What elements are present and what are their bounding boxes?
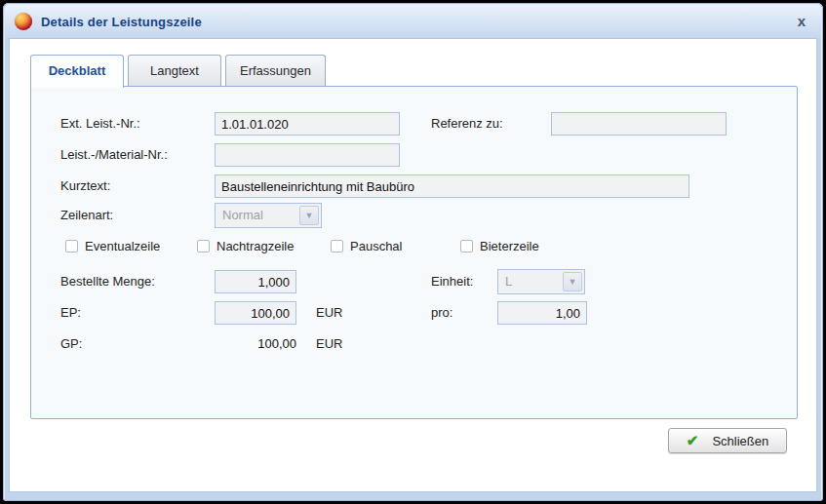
tab-langtext[interactable]: Langtext bbox=[128, 55, 221, 86]
gp-currency: EUR bbox=[316, 332, 342, 356]
pro-input[interactable] bbox=[497, 301, 587, 325]
referenz-zu-input[interactable] bbox=[551, 112, 727, 136]
leist-material-nr-input[interactable] bbox=[215, 143, 400, 167]
chevron-down-icon[interactable]: ▼ bbox=[563, 272, 582, 291]
checkbox-box[interactable] bbox=[460, 240, 473, 252]
dialog-titlebar[interactable]: Details der Leistungszeile x bbox=[5, 5, 821, 38]
ext-leist-nr-input[interactable] bbox=[215, 112, 400, 136]
bestellte-menge-label: Bestellte Menge: bbox=[60, 270, 155, 293]
dialog-body: Deckblatt Langtext Erfassungen Ext. Leis… bbox=[9, 38, 817, 492]
ep-label: EP: bbox=[60, 301, 81, 325]
dialog-title: Details der Leistungszeile bbox=[41, 15, 202, 29]
tab-erfassungen[interactable]: Erfassungen bbox=[225, 55, 326, 86]
checkbox-pauschal[interactable]: Pauschal bbox=[331, 238, 402, 253]
app-logo-icon bbox=[15, 13, 32, 30]
tab-strip: Deckblatt Langtext Erfassungen bbox=[30, 55, 326, 87]
pro-label: pro: bbox=[431, 301, 452, 325]
einheit-value: L bbox=[498, 270, 561, 293]
zeilenart-combobox[interactable]: Normal ▼ bbox=[215, 203, 322, 228]
ep-input[interactable] bbox=[215, 301, 296, 325]
bestellte-menge-input[interactable] bbox=[215, 270, 296, 293]
checkbox-nachtragzeile[interactable]: Nachtragzeile bbox=[197, 238, 295, 253]
dialog-window: Details der Leistungszeile x Deckblatt L… bbox=[3, 3, 823, 501]
close-icon[interactable]: x bbox=[794, 12, 809, 31]
checkbox-bieterzeile[interactable]: Bieterzeile bbox=[460, 238, 539, 253]
ext-leist-nr-label: Ext. Leist.-Nr.: bbox=[60, 112, 140, 136]
gp-label: GP: bbox=[60, 332, 82, 356]
ep-currency: EUR bbox=[316, 301, 342, 325]
checkbox-eventualzeile[interactable]: Eventualzeile bbox=[65, 238, 160, 253]
leist-material-nr-label: Leist.-/Material-Nr.: bbox=[60, 143, 168, 167]
checkbox-label: Pauschal bbox=[350, 239, 402, 253]
zeilenart-value: Normal bbox=[216, 204, 297, 227]
einheit-combobox[interactable]: L ▼ bbox=[497, 269, 585, 294]
referenz-zu-label: Referenz zu: bbox=[431, 112, 503, 136]
gp-value: 100,00 bbox=[215, 332, 296, 356]
tab-panel-deckblatt: Ext. Leist.-Nr.: Referenz zu: Leist.-/Ma… bbox=[30, 86, 798, 419]
check-icon: ✔ bbox=[687, 434, 699, 447]
checkbox-box[interactable] bbox=[331, 240, 343, 252]
kurztext-label: Kurztext: bbox=[60, 174, 110, 198]
checkbox-label: Eventualzeile bbox=[85, 239, 160, 253]
schliessen-button[interactable]: ✔ Schließen bbox=[668, 428, 787, 453]
checkbox-box[interactable] bbox=[197, 240, 210, 252]
zeilenart-label: Zeilenart: bbox=[60, 204, 113, 227]
einheit-label: Einheit: bbox=[431, 270, 473, 293]
checkbox-box[interactable] bbox=[65, 240, 78, 252]
checkbox-label: Nachtragzeile bbox=[216, 239, 295, 253]
checkbox-label: Bieterzeile bbox=[480, 239, 539, 253]
schliessen-button-label: Schließen bbox=[712, 434, 768, 448]
chevron-down-icon[interactable]: ▼ bbox=[299, 206, 319, 225]
tab-deckblatt[interactable]: Deckblatt bbox=[30, 55, 124, 88]
kurztext-input[interactable] bbox=[215, 174, 689, 198]
